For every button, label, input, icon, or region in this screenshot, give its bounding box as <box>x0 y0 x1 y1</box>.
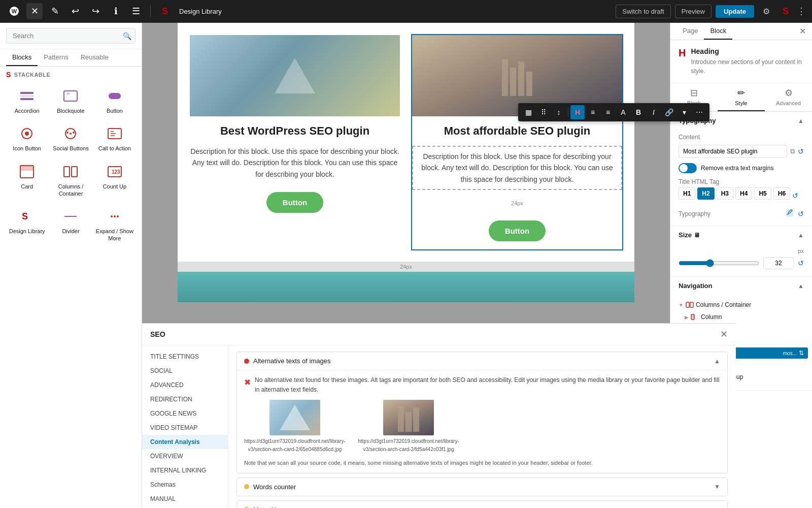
floating-toolbar: ▦ ⠿ ↕ H ≡ ≡ A B I 🔗 ▾ ⋯ <box>518 103 709 121</box>
tag-h1[interactable]: H1 <box>679 187 695 200</box>
block-label-divider: Divider <box>62 228 79 235</box>
tab-reusable[interactable]: Reusable <box>75 49 115 66</box>
heading-stepper-icon[interactable]: ⇅ <box>799 350 804 357</box>
size-slider[interactable] <box>679 259 759 267</box>
col-2-description[interactable]: Description for this block. Use this spa… <box>412 146 622 190</box>
seo-nav-google-news[interactable]: GOOGLE NEWS <box>142 406 228 421</box>
block-item-icon-button[interactable]: Icon Button <box>6 120 48 156</box>
seo-nav-advanced[interactable]: ADVANCED <box>142 378 228 392</box>
col-2-button[interactable]: Button <box>489 220 546 241</box>
content-copy-icon[interactable]: ⧉ <box>790 147 795 155</box>
tag-h3[interactable]: H3 <box>717 187 733 200</box>
settings-icon[interactable]: ⚙ <box>758 3 774 19</box>
view-tab-style[interactable]: ✏ Style <box>718 83 765 111</box>
tab-block[interactable]: Block <box>704 23 732 40</box>
topbar-right-actions: Switch to draft Preview Update ⚙ S ⋮ <box>616 3 806 19</box>
seo-nav-internal-linking[interactable]: INTERNAL LINKING <box>142 463 228 478</box>
svg-point-13 <box>73 132 75 134</box>
tab-patterns[interactable]: Patterns <box>38 49 74 66</box>
view-tab-advanced[interactable]: ⚙ Advanced <box>765 83 812 111</box>
tag-h6[interactable]: H6 <box>773 187 790 200</box>
block-item-divider[interactable]: Divider <box>50 203 91 246</box>
close-button[interactable]: ✕ <box>26 3 43 19</box>
remove-margins-toggle[interactable] <box>679 163 697 173</box>
ftb-drag-icon[interactable]: ⠿ <box>536 105 551 119</box>
col-1-image <box>190 35 400 116</box>
right-sidebar-close[interactable]: ✕ <box>799 23 806 40</box>
search-input[interactable] <box>6 28 136 44</box>
typography-chevron-icon: ▲ <box>798 117 804 124</box>
size-reset-icon[interactable]: ↺ <box>798 259 804 267</box>
tag-h5[interactable]: H5 <box>754 187 771 200</box>
seo-words-counter-header[interactable]: Words counter ▼ <box>237 478 727 496</box>
block-item-button[interactable]: Button <box>94 83 136 118</box>
html-tag-reset-icon[interactable]: ↺ <box>792 192 798 200</box>
seo-alt-texts-header[interactable]: Alternative texts of images ▲ <box>237 352 727 370</box>
seo-panel-close[interactable]: ✕ <box>720 329 728 340</box>
ftb-sep-1 <box>568 107 568 117</box>
seo-nav-video-sitemap[interactable]: VIDEO SITEMAP <box>142 421 228 435</box>
nav-item-column-1[interactable]: ▶ Column <box>674 311 808 323</box>
content-input[interactable] <box>679 145 787 158</box>
ftb-more-icon[interactable]: ⋯ <box>692 105 706 119</box>
seo-nav-social[interactable]: SOCIAL <box>142 364 228 378</box>
ftb-block-icon[interactable]: ▦ <box>521 105 535 119</box>
list-icon[interactable]: ☰ <box>128 3 144 19</box>
ftb-bold-icon[interactable]: B <box>631 105 646 119</box>
seo-nav-overview[interactable]: OVERVIEW <box>142 449 228 463</box>
redo-icon[interactable]: ↪ <box>87 3 104 19</box>
block-item-columns-container[interactable]: Columns / Container <box>50 158 91 202</box>
ftb-link-icon[interactable]: 🔗 <box>662 105 676 119</box>
typography-edit-icon[interactable] <box>786 209 794 218</box>
block-item-social-buttons[interactable]: Social Buttons <box>50 120 91 156</box>
tab-blocks[interactable]: Blocks <box>6 49 38 66</box>
ftb-text-color-icon[interactable]: A <box>616 105 630 119</box>
seo-meta-title-header[interactable]: Meta title ▼ <box>237 501 727 508</box>
block-item-expand-show-more[interactable]: Expand / Show More <box>94 203 136 246</box>
wp-logo[interactable]: W <box>6 3 22 19</box>
seo-nav-manual[interactable]: MANUAL <box>142 492 228 506</box>
ftb-move-icon[interactable]: ↕ <box>552 105 566 119</box>
tag-h2[interactable]: H2 <box>697 187 714 200</box>
ftb-dropdown-icon[interactable]: ▾ <box>677 105 691 119</box>
block-item-call-to-action[interactable]: Call to Action <box>94 120 136 156</box>
svg-text:S: S <box>22 211 28 221</box>
block-item-count-up[interactable]: 123 Count Up <box>94 158 136 202</box>
switch-to-draft-button[interactable]: Switch to draft <box>616 5 670 18</box>
tag-h4[interactable]: H4 <box>735 187 752 200</box>
block-item-blockquote[interactable]: " Blockquote <box>50 83 91 118</box>
nav-item-columns-container[interactable]: ▼ Columns / Container <box>674 299 808 311</box>
col-2-title[interactable]: Most affordable SEO plugin <box>444 124 590 138</box>
seo-nav-content-analysis[interactable]: Content Analysis <box>142 435 228 449</box>
block-item-card[interactable]: Card <box>6 158 48 202</box>
ftb-h-icon[interactable]: H <box>570 105 585 119</box>
navigation-section-header[interactable]: Navigation ▲ <box>670 277 812 295</box>
col-1-description[interactable]: Description for this block. Use this spa… <box>190 146 400 180</box>
stackable-icon[interactable]: S <box>157 3 173 19</box>
preview-button[interactable]: Preview <box>675 5 712 18</box>
seo-nav-redirection[interactable]: REDIRECTION <box>142 392 228 406</box>
size-section-header[interactable]: Size 🖥 ▲ <box>670 226 812 244</box>
undo-icon[interactable]: ↩ <box>67 3 83 19</box>
stackable-brand-icon[interactable]: S <box>779 4 793 18</box>
content-reset-icon[interactable]: ↺ <box>798 147 804 155</box>
seo-nav-title-settings[interactable]: TITLE SETTINGS <box>142 350 228 364</box>
block-item-design-library[interactable]: S Design Library <box>6 203 48 246</box>
size-section-body: px ↺ <box>670 244 812 276</box>
col-1-button[interactable]: Button <box>266 192 323 213</box>
info-icon[interactable]: ℹ <box>108 3 124 19</box>
ftb-align-left-icon[interactable]: ≡ <box>586 105 600 119</box>
ftb-align-center-icon[interactable]: ≡ <box>601 105 615 119</box>
tab-page[interactable]: Page <box>676 23 704 40</box>
update-button[interactable]: Update <box>716 5 754 18</box>
typography-reset-icon[interactable]: ↺ <box>798 210 804 218</box>
col-1-title[interactable]: Best WordPress SEO plugin <box>220 124 369 138</box>
seo-nav-schemas[interactable]: Schemas <box>142 478 228 492</box>
social-buttons-icon <box>61 124 80 143</box>
style-view-icon: ✏ <box>737 87 745 99</box>
block-item-accordion[interactable]: Accordion <box>6 83 48 118</box>
more-options-icon[interactable]: ⋮ <box>797 6 806 17</box>
size-input[interactable] <box>763 257 794 269</box>
edit-icon[interactable]: ✎ <box>47 3 63 19</box>
ftb-italic-icon[interactable]: I <box>647 105 661 119</box>
